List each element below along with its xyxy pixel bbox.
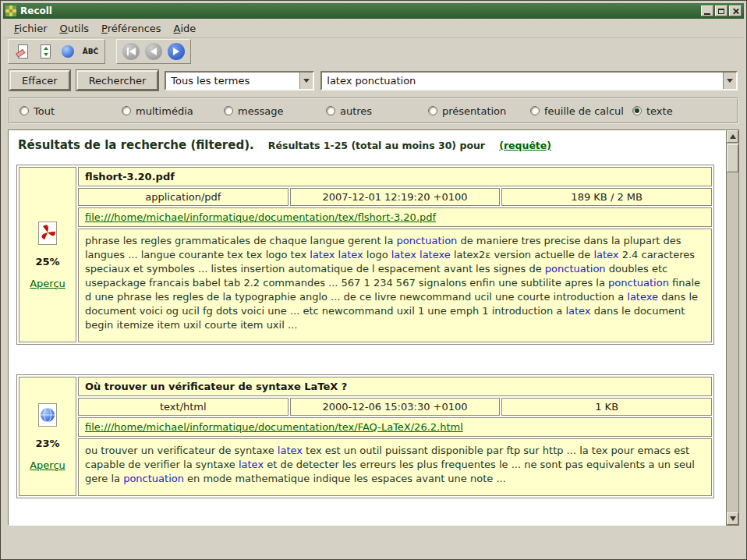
radio-icon[interactable] bbox=[428, 106, 437, 115]
relevance-percent: 23% bbox=[35, 438, 59, 449]
titlebar[interactable]: Recoll bbox=[3, 3, 744, 19]
toolbar: ÂBĈ bbox=[3, 37, 744, 64]
html-file-icon bbox=[36, 402, 59, 427]
search-query-combobox bbox=[320, 71, 738, 90]
radio-icon[interactable] bbox=[122, 106, 131, 115]
result-abstract: phrase les regles grammaticales de chaqu… bbox=[78, 229, 712, 342]
results-heading: Résultats de la recherche (filtered). bbox=[18, 138, 254, 152]
close-icon bbox=[732, 8, 739, 15]
maximize-button[interactable] bbox=[715, 5, 728, 16]
result-date: 2007-12-01 12:19:20 +0100 bbox=[290, 188, 501, 206]
result-date: 2000-12-06 15:03:30 +0100 bbox=[290, 398, 501, 416]
recoll-app-icon bbox=[5, 5, 16, 16]
result-item-1: 25% Aperçu flshort-3.20.pdf application/… bbox=[16, 165, 714, 345]
radio-icon[interactable] bbox=[530, 106, 540, 115]
doctype-filterbar: Tout multimédia message autres présentat… bbox=[9, 97, 738, 124]
result-abstract: ou trouver un verificateur de syntaxe la… bbox=[78, 438, 712, 496]
scrollbar-track[interactable] bbox=[727, 143, 738, 512]
radio-icon[interactable] bbox=[632, 106, 642, 115]
result-item-2: 23% Aperçu Où trouver un vérificateur de… bbox=[16, 374, 714, 498]
radio-icon[interactable] bbox=[19, 106, 29, 115]
search-mode-combobox[interactable]: Tous les termes bbox=[165, 71, 314, 90]
sort-by-dates-icon[interactable] bbox=[35, 41, 55, 62]
search-controls: Effacer Rechercher Tous les termes bbox=[9, 70, 738, 90]
result-side-panel: 23% Aperçu bbox=[19, 377, 76, 496]
filter-feuille-de-calcul[interactable]: feuille de calcul bbox=[530, 105, 632, 117]
scrollbar-thumb[interactable] bbox=[727, 144, 738, 172]
search-button[interactable]: Rechercher bbox=[76, 70, 159, 90]
scroll-up-icon[interactable] bbox=[727, 130, 738, 143]
term-explorer-icon[interactable]: ÂBĈ bbox=[80, 41, 101, 62]
menu-aide[interactable]: Aide bbox=[168, 20, 203, 37]
first-page-icon[interactable] bbox=[121, 41, 141, 62]
menu-fichier[interactable]: Fichier bbox=[8, 20, 54, 37]
menu-preferences[interactable]: Préférences bbox=[95, 20, 167, 37]
result-mimetype: application/pdf bbox=[78, 188, 289, 206]
result-size: 189 KB / 2 MB bbox=[501, 188, 712, 206]
results-summary: Résultats 1-25 (total au moins 30) pour bbox=[268, 140, 485, 151]
menu-outils[interactable]: Outils bbox=[54, 20, 96, 37]
filter-texte[interactable]: texte bbox=[632, 105, 673, 117]
blue-globe-icon[interactable] bbox=[58, 41, 78, 62]
clear-button[interactable]: Effacer bbox=[9, 70, 70, 90]
search-mode-value: Tous les termes bbox=[166, 75, 299, 87]
previous-page-icon[interactable] bbox=[143, 41, 164, 62]
result-url-link[interactable]: file:///home/michael/informatique/docume… bbox=[85, 211, 436, 223]
radio-icon[interactable] bbox=[326, 106, 335, 115]
results-panel: Résultats de la recherche (filtered). Ré… bbox=[8, 129, 726, 526]
filter-autres[interactable]: autres bbox=[326, 105, 428, 117]
result-side-panel: 25% Aperçu bbox=[19, 167, 76, 342]
window-title: Recoll bbox=[20, 5, 701, 16]
result-url-link[interactable]: file:///home/michael/informatique/docume… bbox=[85, 421, 463, 433]
preview-link[interactable]: Aperçu bbox=[30, 278, 65, 289]
filter-multimedia[interactable]: multimédia bbox=[122, 105, 224, 117]
pdf-file-icon bbox=[36, 221, 59, 246]
result-size: 1 KB bbox=[501, 398, 712, 416]
filter-tout[interactable]: Tout bbox=[19, 105, 122, 117]
results-header: Résultats de la recherche (filtered). Ré… bbox=[18, 138, 719, 152]
close-button[interactable] bbox=[729, 5, 742, 16]
results-region: Résultats de la recherche (filtered). Ré… bbox=[8, 129, 739, 526]
vertical-scrollbar[interactable] bbox=[726, 129, 739, 526]
scroll-down-icon[interactable] bbox=[727, 512, 738, 525]
minimize-icon bbox=[704, 13, 710, 15]
menubar: Fichier Outils Préférences Aide bbox=[3, 19, 744, 37]
preview-link[interactable]: Aperçu bbox=[30, 459, 65, 471]
result-title: flshort-3.20.pdf bbox=[78, 167, 712, 186]
toolbar-nav-group bbox=[116, 39, 191, 64]
filter-message[interactable]: message bbox=[224, 105, 326, 117]
chevron-down-icon[interactable] bbox=[723, 73, 736, 89]
relevance-percent: 25% bbox=[35, 256, 59, 268]
term-explorer-label: ÂBĈ bbox=[83, 48, 98, 55]
search-query-input[interactable] bbox=[322, 73, 723, 89]
statusbar bbox=[3, 526, 744, 557]
minimize-button[interactable] bbox=[701, 5, 713, 16]
maximize-icon bbox=[718, 9, 724, 14]
clear-search-icon[interactable] bbox=[12, 41, 33, 62]
next-page-icon[interactable] bbox=[166, 41, 186, 62]
chevron-down-icon[interactable] bbox=[299, 73, 313, 89]
result-title: Où trouver un vérificateur de syntaxe La… bbox=[78, 377, 712, 396]
recoll-window: Recoll Fichier Outils Préférences Aide bbox=[0, 0, 747, 560]
toolbar-tools-group: ÂBĈ bbox=[8, 39, 105, 64]
radio-icon[interactable] bbox=[224, 106, 233, 115]
result-mimetype: text/html bbox=[78, 398, 289, 416]
filter-presentation[interactable]: présentation bbox=[428, 105, 530, 117]
query-link[interactable]: (requête) bbox=[499, 140, 551, 151]
